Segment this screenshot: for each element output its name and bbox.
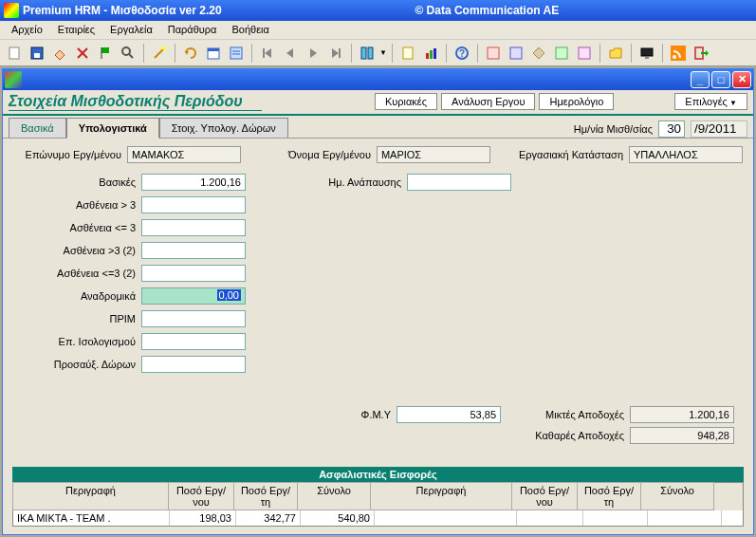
episol-label: Επ. Ισολογισμού — [12, 336, 136, 347]
col-posoergti2[interactable]: Ποσό Εργ/τη — [577, 482, 641, 510]
asth3-label: Ασθένεια > 3 — [12, 199, 136, 211]
col-synolo2[interactable]: Σύνολο — [640, 482, 714, 510]
delete-icon[interactable] — [72, 43, 93, 64]
close-button[interactable]: ✕ — [732, 71, 751, 88]
cell-desc2 — [375, 510, 517, 526]
svg-rect-15 — [230, 47, 242, 59]
calendar-icon[interactable] — [203, 43, 224, 64]
svg-marker-22 — [332, 48, 339, 58]
doc-icon[interactable] — [397, 43, 418, 64]
menu-file[interactable]: Αρχείο — [4, 21, 50, 39]
child-window-icon — [5, 71, 22, 88]
title-left: Premium HRM - Μισθοδοσία ver 2.20 — [23, 4, 222, 17]
date-day-input[interactable] — [658, 120, 685, 138]
kathares-label: Καθαρές Αποδοχές — [520, 430, 624, 441]
open-icon[interactable] — [605, 43, 626, 64]
epiloges-button[interactable]: Επιλογές — [674, 93, 747, 110]
chart-icon[interactable] — [420, 43, 441, 64]
prosaux-label: Προσαύξ. Δώρων — [12, 359, 136, 370]
cell-posoergti: 342,77 — [236, 510, 301, 526]
status-label: Εργασιακή Κατάσταση — [519, 149, 623, 160]
col-synolo[interactable]: Σύνολο — [297, 482, 371, 510]
util5-icon[interactable] — [574, 43, 595, 64]
refresh-icon[interactable] — [180, 43, 201, 64]
asthle3b-input[interactable] — [141, 265, 246, 282]
svg-rect-19 — [263, 48, 265, 58]
fmy-label: Φ.Μ.Υ — [334, 409, 391, 420]
prev-icon[interactable] — [280, 43, 301, 64]
col-desc2[interactable]: Περιγραφή — [370, 482, 512, 510]
date-rest-input[interactable] — [691, 120, 747, 138]
layout-icon[interactable] — [357, 43, 378, 64]
hmerologio-button[interactable]: Ημερολόγιο — [539, 93, 614, 110]
prosaux-input[interactable] — [141, 356, 246, 373]
util1-icon[interactable] — [483, 43, 504, 64]
name-input[interactable] — [377, 146, 490, 163]
table-row[interactable]: ΙΚΑ ΜΙΚΤΑ - ΤΕΑΜ . 198,03 342,77 540,80 — [13, 510, 743, 526]
rss-icon[interactable] — [668, 43, 689, 64]
minimize-button[interactable]: _ — [691, 71, 710, 88]
asthle3-input[interactable] — [141, 219, 246, 236]
exit-icon[interactable] — [691, 43, 711, 64]
svg-rect-36 — [641, 48, 653, 56]
form-icon[interactable] — [226, 43, 247, 64]
wand-icon[interactable] — [149, 43, 170, 64]
miktes-input — [630, 406, 734, 423]
svg-point-11 — [162, 46, 166, 50]
col-posoerg[interactable]: Ποσό Εργ/νου — [168, 482, 234, 510]
name-label: Όνομα Εργ/μένου — [288, 149, 371, 160]
episol-input[interactable] — [141, 333, 246, 350]
util3-icon[interactable] — [528, 43, 549, 64]
maximize-button[interactable]: □ — [711, 71, 730, 88]
fmy-input[interactable] — [396, 406, 501, 423]
menu-windows[interactable]: Παράθυρα — [160, 21, 225, 39]
svg-rect-32 — [488, 47, 499, 59]
asth3-input[interactable] — [141, 196, 246, 213]
tab-doron[interactable]: Στοιχ. Υπολογ. Δώρων — [159, 118, 288, 138]
tab-ypologistika[interactable]: Υπολογιστικά — [66, 118, 159, 139]
form-body: Επώνυμο Εργ/μένου Όνομα Εργ/μένου Εργασι… — [3, 138, 753, 534]
tab-basika[interactable]: Βασικά — [9, 118, 66, 138]
last-icon[interactable] — [325, 43, 346, 64]
asth3b-input[interactable] — [141, 242, 246, 259]
svg-marker-3 — [55, 50, 65, 60]
new-icon[interactable] — [4, 43, 25, 64]
kathares-input — [630, 427, 734, 444]
menu-help[interactable]: Βοήθεια — [224, 21, 276, 39]
monitor-icon[interactable] — [636, 43, 657, 64]
col-posoerg2[interactable]: Ποσό Εργ/νου — [511, 482, 578, 510]
toolbar: ▼ ? — [0, 40, 756, 66]
menu-tools[interactable]: Εργαλεία — [102, 21, 160, 39]
anadromika-input[interactable]: 0,00 — [141, 287, 246, 305]
status-input[interactable] — [629, 146, 743, 163]
col-desc[interactable]: Περιγραφή — [12, 482, 169, 510]
first-icon[interactable] — [257, 43, 278, 64]
util4-icon[interactable] — [551, 43, 572, 64]
util2-icon[interactable] — [506, 43, 526, 64]
cell-posoerg: 198,03 — [170, 510, 236, 526]
asthle3-label: Ασθένεια <= 3 — [12, 222, 136, 233]
prim-input[interactable] — [141, 310, 246, 327]
flag-icon[interactable] — [95, 43, 116, 64]
child-titlebar: _ □ ✕ — [3, 69, 753, 90]
help-icon[interactable]: ? — [452, 43, 472, 64]
analysi-ergou-button[interactable]: Ανάλυση Εργου — [441, 93, 535, 110]
svg-rect-35 — [579, 47, 590, 59]
next-icon[interactable] — [303, 43, 323, 64]
kyriakes-button[interactable]: Κυριακές — [375, 93, 437, 110]
erase-icon[interactable] — [49, 43, 70, 64]
hmana-input[interactable] — [407, 174, 511, 191]
svg-rect-27 — [426, 53, 429, 59]
col-posoergti[interactable]: Ποσό Εργ/τη — [233, 482, 298, 510]
svg-rect-29 — [433, 48, 436, 59]
menu-companies[interactable]: Εταιρίες — [50, 21, 102, 39]
svg-rect-6 — [101, 47, 109, 53]
mdi-area: _ □ ✕ Στοιχεία Μισθοδοτικής Περιόδου Κυρ… — [0, 66, 756, 537]
svg-rect-23 — [339, 48, 341, 58]
svg-rect-28 — [430, 50, 433, 59]
svg-marker-18 — [265, 48, 271, 58]
save-icon[interactable] — [27, 43, 47, 64]
surname-input[interactable] — [127, 146, 241, 163]
find-icon[interactable] — [118, 43, 138, 64]
basikes-input[interactable] — [141, 174, 246, 191]
